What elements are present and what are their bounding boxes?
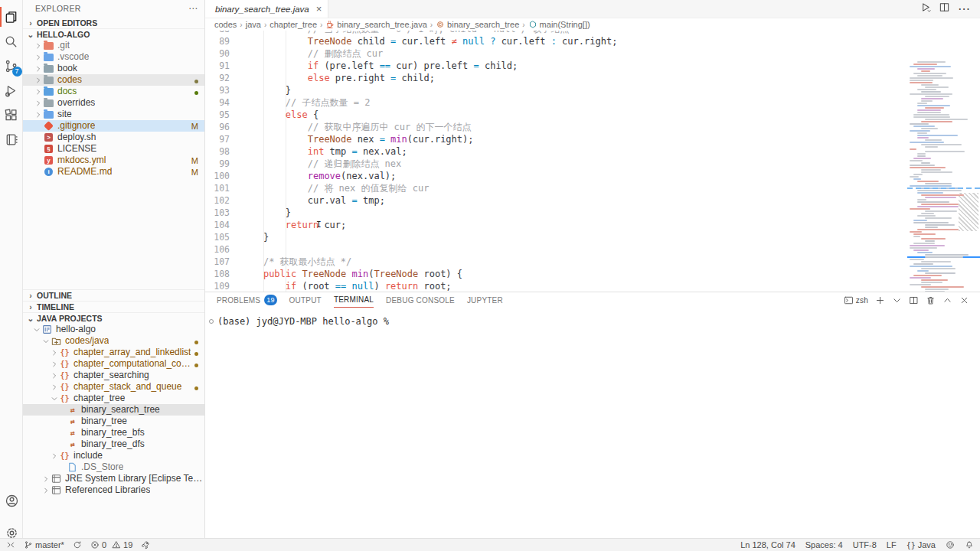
- breadcrumb-item-5[interactable]: main(String[]): [528, 20, 590, 29]
- java-item-chaptertree[interactable]: {}chapter_tree: [23, 393, 204, 404]
- remote-indicator[interactable]: [6, 540, 15, 549]
- explorer-item-overrides[interactable]: overrides: [23, 97, 204, 109]
- outline-header[interactable]: › OUTLINE: [23, 289, 204, 301]
- java-projects-header[interactable]: ⌄ JAVA PROJECTS: [23, 312, 204, 324]
- indentation-status[interactable]: Spaces: 4: [805, 540, 843, 549]
- terminal-dropdown-icon[interactable]: [892, 295, 902, 305]
- bell-icon[interactable]: [965, 540, 974, 549]
- new-terminal-button[interactable]: [875, 295, 885, 305]
- explorer-item-gitignore[interactable]: .gitignoreM: [23, 120, 204, 132]
- code-line-106: 106: [205, 243, 907, 256]
- tab-binary-search-tree[interactable]: binary_search_tree.java ×: [205, 0, 328, 18]
- search-icon[interactable]: [0, 29, 23, 54]
- explorer-item-codes[interactable]: codes: [23, 74, 204, 86]
- line-text: if (pre.left == cur) pre.left = child;: [230, 60, 518, 72]
- close-panel-button[interactable]: [959, 295, 969, 305]
- java-item-referencedlibraries[interactable]: Referenced Libraries: [23, 484, 204, 496]
- minimap-line: [913, 263, 933, 265]
- minimap-line: [910, 266, 952, 267]
- git-branch-status[interactable]: master*: [24, 540, 64, 549]
- maximize-panel-button[interactable]: [942, 295, 952, 305]
- split-editor-button[interactable]: [939, 2, 950, 16]
- files-icon[interactable]: [0, 5, 23, 29]
- explorer-item-vscode[interactable]: .vscode: [23, 51, 204, 63]
- java-item-binarytreedfs[interactable]: ⇄binary_tree_dfs: [23, 439, 204, 450]
- minimap-dash: [975, 187, 980, 189]
- java-item-jresystemlibraryeclipsetemurin[interactable]: JRE System Library [Eclipse Temurin 17 […: [23, 473, 204, 484]
- java-item-include[interactable]: {}include: [23, 450, 204, 461]
- open-editors-header[interactable]: › OPEN EDITORS: [23, 17, 204, 28]
- rocket-icon[interactable]: [141, 540, 150, 549]
- breadcrumb-item-2[interactable]: chapter_tree: [270, 20, 317, 29]
- extensions-icon[interactable]: [0, 103, 23, 127]
- java-item-codesjava[interactable]: codes/java: [23, 335, 204, 347]
- run-debug-icon[interactable]: [0, 78, 23, 103]
- code-viewport[interactable]: I 88 // 当子结点数量 = 0 / 1 时, child = null /…: [205, 31, 980, 292]
- explorer-item-site[interactable]: site: [23, 109, 204, 120]
- sync-button[interactable]: [73, 540, 82, 549]
- explorer-sidebar: EXPLORER ⋯ › OPEN EDITORS ⌄ HELLO-ALGO .…: [23, 0, 205, 538]
- account-icon[interactable]: [0, 488, 23, 513]
- kill-terminal-button[interactable]: [926, 295, 936, 305]
- chevron-right-icon: [34, 99, 43, 108]
- panel-tab-jupyter[interactable]: JUPYTER: [467, 292, 503, 308]
- encoding-status[interactable]: UTF-8: [853, 540, 877, 549]
- source-control-icon[interactable]: 7: [0, 54, 23, 78]
- terminal-output[interactable]: (base) jyd@JYD-MBP hello-algo %: [205, 308, 980, 327]
- workspace-root-header[interactable]: ⌄ HELLO-ALGO: [23, 28, 204, 40]
- panel-tab-debug-console[interactable]: DEBUG CONSOLE: [386, 292, 455, 308]
- line-text: }: [230, 231, 269, 243]
- more-actions-icon[interactable]: ⋯: [958, 2, 971, 16]
- line-text: public TreeNode min(TreeNode root) {: [230, 268, 462, 280]
- folder-icon: [43, 54, 54, 61]
- run-button[interactable]: [920, 2, 931, 16]
- explorer-item-license[interactable]: §LICENSE: [23, 143, 204, 155]
- code-line-94: 94 // 子结点数量 = 2: [205, 96, 907, 109]
- vscode-window: 7 EXPLORER ⋯ › OPEN EDITORS ⌄ HELLO-ALGO…: [0, 0, 980, 551]
- java-item-chapterstackandqueue[interactable]: {}chapter_stack_and_queue: [23, 381, 204, 393]
- more-actions-icon[interactable]: ⋯: [188, 3, 198, 14]
- minimap-dash: [958, 187, 963, 189]
- close-icon[interactable]: ×: [316, 3, 322, 15]
- terminal-shell-selector[interactable]: zsh: [844, 295, 868, 305]
- java-item-helloalgo[interactable]: hello-algo: [23, 324, 204, 335]
- explorer-item-readmemd[interactable]: iREADME.mdM: [23, 166, 204, 178]
- minimap-line: [917, 201, 949, 203]
- explorer-item-book[interactable]: book: [23, 63, 204, 74]
- line-number: 108: [205, 268, 230, 280]
- explorer-item-mkdocsyml[interactable]: ymkdocs.ymlM: [23, 155, 204, 166]
- panel-tab-problems[interactable]: PROBLEMS19: [217, 292, 277, 308]
- cursor-position[interactable]: Ln 128, Col 74: [740, 540, 795, 549]
- breadcrumb-item-4[interactable]: binary_search_tree: [436, 20, 519, 29]
- breadcrumb-item-3[interactable]: binary_search_tree.java: [325, 20, 426, 29]
- java-item-binarytree[interactable]: ⇄binary_tree: [23, 416, 204, 427]
- explorer-item-deploysh[interactable]: >deploy.sh: [23, 132, 204, 143]
- problems-status[interactable]: 0 19: [90, 540, 132, 549]
- minimap[interactable]: [907, 61, 980, 292]
- timeline-header[interactable]: › TIMELINE: [23, 301, 204, 312]
- folder-icon: [43, 88, 54, 96]
- explorer-item-git[interactable]: .git: [23, 40, 204, 51]
- java-item-binarysearchtree[interactable]: ⇄binary_search_tree: [23, 404, 204, 416]
- line-number: 94: [205, 96, 230, 109]
- eol-status[interactable]: LF: [887, 540, 897, 549]
- breadcrumb-item-1[interactable]: java: [246, 20, 261, 29]
- minimap-line: [925, 146, 938, 148]
- breadcrumb-item-0[interactable]: codes: [214, 20, 237, 29]
- panel-tab-output[interactable]: OUTPUT: [289, 292, 322, 308]
- feedback-icon[interactable]: [946, 540, 955, 549]
- chevron-right-icon: [50, 383, 59, 392]
- braces-glyph: {}: [60, 360, 69, 368]
- notebook-icon[interactable]: [0, 127, 23, 152]
- language-mode[interactable]: {} Java: [906, 540, 936, 549]
- explorer-item-docs[interactable]: docs: [23, 86, 204, 97]
- line-text: // 将 nex 的值复制给 cur: [230, 182, 429, 194]
- git-status-badge: M: [191, 168, 204, 177]
- java-item-binarytreebfs[interactable]: ⇄binary_tree_bfs: [23, 427, 204, 439]
- java-item-dsstore[interactable]: .DS_Store: [23, 461, 204, 473]
- split-terminal-button[interactable]: [909, 295, 919, 305]
- java-item-chaptersearching[interactable]: {}chapter_searching: [23, 370, 204, 381]
- java-item-chapterarrayandlinkedlist[interactable]: {}chapter_array_and_linkedlist: [23, 347, 204, 358]
- panel-tab-terminal[interactable]: TERMINAL: [334, 292, 374, 308]
- java-item-chaptercomputationalcomplexity[interactable]: {}chapter_computational_complexity: [23, 358, 204, 370]
